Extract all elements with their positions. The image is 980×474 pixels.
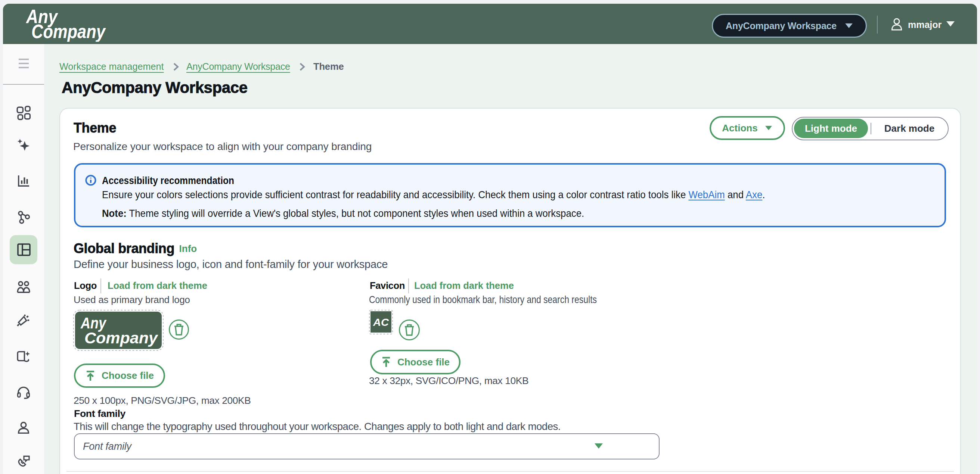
svg-text:Company: Company (31, 21, 107, 42)
svg-text:AC: AC (373, 317, 389, 328)
svg-text:Company: Company (84, 329, 159, 347)
